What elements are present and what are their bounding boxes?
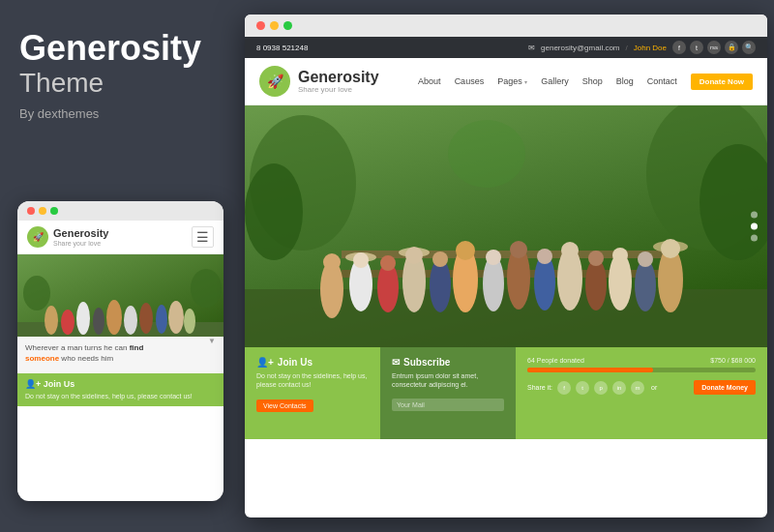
svg-point-2	[191, 269, 222, 308]
slide-dot-3[interactable]	[751, 235, 758, 242]
svg-point-42	[380, 255, 396, 271]
nav-link-blog[interactable]: Blog	[616, 76, 634, 86]
mobile-logo-sub: Share your love	[53, 240, 108, 247]
desktop-subscribe-title: ✉ Subscribe	[392, 357, 504, 368]
topbar-right: ✉ generosity@gmail.com / John Doe f t rs…	[528, 41, 756, 54]
svg-point-44	[432, 251, 448, 267]
desktop-dot-yellow[interactable]	[270, 21, 279, 30]
svg-point-9	[124, 306, 137, 335]
mobile-menu-icon[interactable]: ☰	[192, 226, 214, 248]
svg-point-13	[184, 309, 195, 334]
mobile-logo-name: Generosity	[53, 227, 108, 239]
svg-point-46	[486, 250, 501, 265]
topbar-email: generosity@gmail.com	[541, 44, 619, 52]
donate-amount: $750 / $68 000	[710, 357, 756, 364]
mobile-someone: someone	[25, 354, 59, 363]
desktop-mockup: 8 0938 521248 ✉ generosity@gmail.com / J…	[245, 15, 767, 517]
slide-dot-1[interactable]	[751, 212, 758, 219]
mobile-dot-red	[27, 207, 35, 215]
share-linkedin-icon[interactable]: in	[612, 381, 626, 395]
nav-link-contact[interactable]: Contact	[647, 76, 677, 86]
nav-link-pages[interactable]: Pages ▾	[497, 76, 527, 86]
mobile-header: Generosity Share your love ☰	[17, 221, 223, 254]
nav-logo-text-block: Generosity Share your love	[298, 69, 379, 95]
svg-point-10	[139, 303, 153, 334]
svg-point-12	[168, 301, 184, 334]
mobile-titlebar	[17, 201, 223, 221]
mobile-join-text: Do not stay on the sidelines, help us, p…	[25, 392, 216, 400]
nav-link-shop[interactable]: Shop	[582, 76, 603, 86]
join-person-icon: 👤+	[256, 357, 274, 368]
svg-point-11	[156, 305, 167, 334]
desktop-nav-links: About Causes Pages ▾ Gallery Shop Blog C…	[418, 74, 753, 90]
donate-money-button[interactable]: Donate Money	[694, 380, 756, 395]
mobile-highlight-find: find	[130, 343, 144, 352]
desktop-dot-red[interactable]	[256, 21, 265, 30]
mobile-hero-text: Wherever a man turns he can find someone…	[25, 342, 143, 364]
slide-dot-2[interactable]	[751, 223, 758, 230]
desktop-join-section: 👤+ Join Us Do not stay on the sidelines,…	[245, 347, 380, 439]
desktop-titlebar	[245, 15, 767, 37]
svg-point-48	[537, 249, 552, 264]
twitter-icon[interactable]: t	[690, 41, 703, 54]
mobile-mockup: Generosity Share your love ☰	[17, 201, 223, 501]
share-pinterest-icon[interactable]: p	[594, 381, 608, 395]
desktop-join-text: Do not stay on the sidelines, help us, p…	[256, 371, 369, 389]
desktop-nav: 🚀 Generosity Share your love About Cause…	[245, 58, 767, 105]
donate-now-button[interactable]: Donate Now	[691, 74, 753, 90]
share-twitter-icon[interactable]: t	[576, 381, 589, 395]
svg-point-7	[93, 308, 104, 335]
arrow-down-icon[interactable]: ▼	[208, 337, 216, 345]
svg-point-6	[76, 302, 90, 335]
share-or: or	[651, 384, 657, 391]
svg-point-47	[510, 241, 527, 258]
share-facebook-icon[interactable]: f	[557, 381, 571, 395]
subscribe-email-input[interactable]	[392, 399, 504, 411]
desktop-subscribe-text: Entrum ipsum dolor sit amet, consectetur…	[392, 371, 504, 389]
nav-logo-name: Generosity	[298, 69, 379, 86]
pages-arrow-icon: ▾	[524, 79, 527, 85]
people-donated-count: 64 People donated	[527, 357, 584, 364]
topbar-social-icons: f t rss 🔒 🔍	[672, 41, 756, 54]
nav-link-about[interactable]: About	[418, 76, 441, 86]
nav-logo-sub: Share your love	[298, 85, 379, 94]
share-label: Share it:	[527, 384, 552, 391]
mobile-join-title: 👤+ Join Us	[25, 379, 216, 389]
svg-point-51	[612, 248, 628, 263]
theme-author: By dexthemes	[19, 106, 218, 121]
svg-point-33	[585, 258, 607, 310]
theme-subtitle: Theme	[19, 68, 218, 99]
desktop-dot-green[interactable]	[283, 21, 292, 30]
desktop-hero	[245, 105, 767, 347]
view-contacts-button[interactable]: View Contacts	[256, 399, 313, 412]
left-panel: Generosity Theme By dexthemes Generosity…	[0, 0, 237, 532]
mobile-dot-yellow	[39, 207, 46, 215]
donate-stats: 64 People donated $750 / $68 000	[527, 357, 756, 364]
desktop-join-title: 👤+ Join Us	[256, 357, 369, 368]
svg-point-52	[638, 251, 653, 267]
svg-point-19	[448, 120, 525, 188]
nav-link-causes[interactable]: Causes	[455, 76, 485, 86]
mobile-logo: Generosity Share your love	[27, 226, 108, 248]
svg-point-49	[561, 242, 579, 259]
desktop-donate-section: 64 People donated $750 / $68 000 Share i…	[516, 347, 767, 439]
hero-slide-dots	[751, 212, 758, 242]
donate-share-row: Share it: f t p in m or Donate Money	[527, 380, 756, 395]
person-add-icon: 👤+	[25, 379, 41, 389]
svg-point-50	[588, 251, 604, 266]
envelope-icon: ✉	[528, 44, 535, 52]
mobile-logo-text-block: Generosity Share your love	[53, 227, 108, 246]
nav-link-gallery[interactable]: Gallery	[541, 76, 569, 86]
lock-icon[interactable]: 🔒	[725, 41, 738, 54]
theme-title: Generosity	[19, 29, 218, 68]
topbar-join[interactable]: John Doe	[634, 44, 667, 52]
topbar-left: 8 0938 521248	[256, 44, 312, 52]
svg-point-1	[23, 276, 50, 310]
facebook-icon[interactable]: f	[672, 41, 686, 54]
mobile-hero	[17, 254, 223, 337]
search-icon[interactable]: 🔍	[742, 41, 756, 54]
share-mail-icon[interactable]: m	[631, 381, 644, 395]
topbar-phone: 8 0938 521248	[256, 44, 308, 52]
rss-icon[interactable]: rss	[707, 41, 721, 54]
desktop-nav-logo: 🚀 Generosity Share your love	[259, 66, 379, 97]
